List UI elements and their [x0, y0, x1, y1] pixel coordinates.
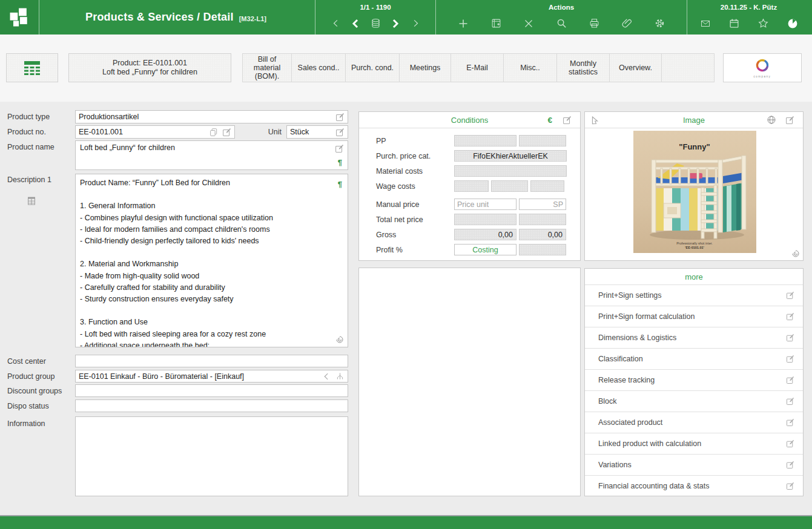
unit-label: Unit [254, 128, 282, 136]
more-item-classification[interactable]: Classification [585, 349, 803, 370]
previous-record-button[interactable] [346, 16, 366, 31]
more-item-variations[interactable]: Variations [585, 455, 803, 476]
edit-icon[interactable] [335, 128, 345, 137]
material-costs-value [454, 165, 567, 177]
top-header: Products & Services / Detail [M32-L1] 1/… [0, 0, 812, 34]
chevron-left-icon[interactable] [322, 372, 331, 381]
conditions-title: Conditions [359, 116, 580, 125]
copy-record-button[interactable] [480, 16, 512, 31]
tab-sales-conditions[interactable]: Sales cond.. [292, 54, 346, 82]
edit-icon[interactable] [786, 312, 794, 321]
edit-icon[interactable] [785, 116, 794, 125]
cost-center-input[interactable] [79, 357, 345, 366]
current-product-button[interactable]: Product: EE-0101.001 Loft bed „Funny“ fo… [68, 53, 231, 82]
table-detail-icon[interactable] [27, 196, 36, 206]
actions-label: Actions [549, 2, 574, 12]
edit-icon[interactable] [335, 144, 344, 153]
edit-icon[interactable] [786, 418, 794, 427]
more-item-label: Print+Sign settings [598, 291, 786, 300]
record-navigation: 1/1 - 1190 [315, 0, 435, 34]
product-button-line2: Loft bed „Funny“ for children [102, 68, 197, 77]
product-name-field[interactable]: Loft bed „Funny“ for children ¶ [75, 140, 348, 170]
more-item-associated-product[interactable]: Associated product [585, 412, 803, 433]
more-item-release-tracking[interactable]: Release tracking [585, 370, 803, 391]
product-name-value: Loft bed „Funny“ for children [76, 141, 348, 152]
calendar-button[interactable] [720, 16, 749, 31]
tab-overview[interactable]: Overview. [610, 54, 662, 82]
list-view-button[interactable] [6, 53, 58, 82]
record-list-button[interactable] [366, 16, 386, 31]
ai-swirl-icon[interactable] [335, 335, 344, 344]
costing-button[interactable]: Costing [454, 244, 517, 255]
mail-button[interactable] [691, 16, 720, 31]
calendar-icon [729, 18, 739, 28]
app-logo[interactable] [0, 0, 39, 34]
dispo-status-input[interactable] [79, 402, 345, 410]
cost-center-field[interactable] [75, 355, 348, 367]
first-record-button[interactable] [326, 16, 346, 31]
product-image[interactable]: "Funny" [633, 131, 756, 253]
product-type-value: Produktionsartikel [79, 113, 335, 121]
copy-icon[interactable] [209, 128, 218, 137]
globe-icon[interactable] [767, 115, 776, 125]
more-item-label: Dimensions & Logistics [598, 334, 786, 342]
search-icon [556, 18, 567, 28]
manual-price-unit-input[interactable] [455, 200, 516, 209]
next-record-button[interactable] [386, 16, 406, 31]
unit-field[interactable]: Stück [286, 125, 348, 139]
more-item-financial-accounting[interactable]: Financial accounting data & stats [585, 476, 803, 496]
pilcrow-mark: ¶ [338, 180, 342, 189]
total-net-price-value2 [519, 214, 566, 225]
time-tracking-button[interactable] [778, 16, 807, 31]
manual-price-sp-input[interactable] [520, 200, 566, 209]
paperclip-icon [622, 18, 632, 28]
hierarchy-tree-icon[interactable] [335, 372, 345, 381]
tab-bill-of-material[interactable]: Bill of material (BOM). [243, 54, 292, 82]
discount-groups-input[interactable] [79, 387, 345, 395]
edit-icon[interactable] [786, 439, 794, 448]
more-item-print-sign-format-calculation[interactable]: Print+Sign format calculation [585, 306, 803, 327]
dispo-status-field[interactable] [75, 399, 348, 412]
edit-icon[interactable] [786, 397, 794, 406]
tab-misc[interactable]: Misc.. [504, 54, 557, 82]
edit-icon[interactable] [786, 461, 794, 469]
purch-price-cat-label: Purch. price cat. [376, 152, 454, 160]
pilcrow-mark: ¶ [338, 158, 342, 167]
edit-icon[interactable] [563, 116, 572, 125]
more-item-dimensions-logistics[interactable]: Dimensions & Logistics [585, 327, 803, 349]
tab-meetings[interactable]: Meetings [400, 54, 451, 82]
more-item-label: Associated product [598, 418, 786, 427]
ai-swirl-icon[interactable] [791, 249, 800, 258]
settings-button[interactable] [643, 16, 676, 31]
company-logo-box[interactable]: company [723, 53, 802, 82]
attachment-button[interactable] [610, 16, 643, 31]
edit-icon[interactable] [786, 334, 794, 342]
edit-icon[interactable] [222, 128, 231, 137]
product-no-field[interactable]: EE-0101.001 [75, 125, 235, 139]
product-group-field[interactable]: EE-0101 Einkauf - Büro - Büromaterial - … [75, 370, 348, 383]
print-button[interactable] [578, 16, 610, 31]
more-item-print-sign-settings[interactable]: Print+Sign settings [585, 285, 803, 306]
tab-email[interactable]: E-Mail [451, 54, 504, 82]
more-panel-title: more [585, 272, 803, 281]
information-field[interactable] [75, 416, 348, 496]
add-record-button[interactable] [447, 16, 480, 31]
edit-icon[interactable] [786, 376, 794, 384]
more-item-linked-product[interactable]: Linked product with calculation [585, 433, 803, 455]
search-button[interactable] [545, 16, 578, 31]
product-type-field[interactable]: Produktionsartikel [75, 110, 348, 123]
description1-field[interactable]: Product Name: “Funny” Loft Bed for Child… [75, 174, 348, 347]
edit-icon[interactable] [786, 291, 794, 300]
product-button-line1: Product: EE-0101.001 [113, 59, 187, 68]
more-item-block[interactable]: Block [585, 391, 803, 412]
edit-icon[interactable] [335, 113, 345, 122]
description1-label: Description 1 [7, 176, 51, 184]
last-record-button[interactable] [406, 16, 426, 31]
tab-monthly-statistics[interactable]: Monthly statistics [557, 54, 610, 82]
edit-icon[interactable] [786, 355, 794, 363]
discount-groups-field[interactable] [75, 384, 348, 397]
delete-record-button[interactable] [512, 16, 545, 31]
tab-purchase-conditions[interactable]: Purch. cond. [346, 54, 400, 82]
favorites-button[interactable] [749, 16, 778, 31]
edit-icon[interactable] [786, 482, 794, 490]
